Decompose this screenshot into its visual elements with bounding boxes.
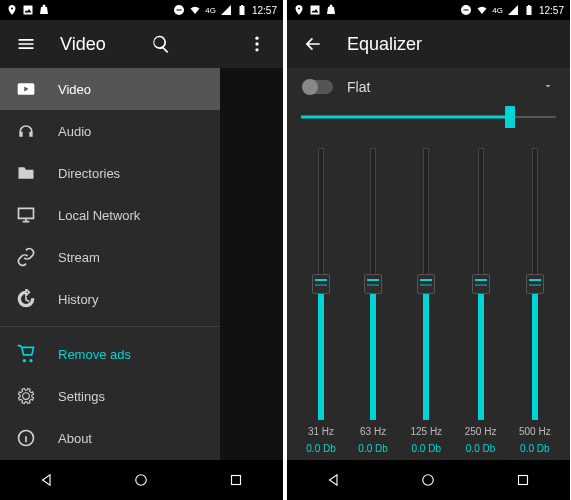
band-thumb[interactable]	[526, 274, 544, 294]
recents-button[interactable]	[222, 466, 250, 494]
band-db: 0.0 Db	[306, 443, 335, 454]
dnd-icon	[460, 4, 472, 16]
band-freq: 250 Hz	[465, 426, 497, 437]
drawer-label: Stream	[58, 250, 100, 265]
band-freq: 125 Hz	[410, 426, 442, 437]
filter-button[interactable]	[195, 30, 223, 58]
preamp-thumb[interactable]	[505, 106, 515, 128]
menu-button[interactable]	[12, 30, 40, 58]
band-250hz: 250 Hz 0.0 Db	[465, 148, 497, 454]
arrow-back-icon	[303, 34, 323, 54]
dropdown-arrow[interactable]	[542, 78, 554, 96]
drawer-item-audio[interactable]: Audio	[0, 110, 220, 152]
drawer-item-video[interactable]: Video	[0, 68, 220, 110]
app-title: Video	[60, 34, 127, 55]
drawer-item-stream[interactable]: Stream	[0, 236, 220, 278]
preset-dropdown[interactable]: Flat	[347, 79, 528, 95]
eq-toggle[interactable]	[303, 80, 333, 94]
drawer-item-remove-ads[interactable]: Remove ads	[0, 333, 220, 375]
wifi-icon	[189, 4, 201, 16]
band-slider[interactable]	[417, 148, 435, 420]
status-bar: 4G 12:57	[287, 0, 570, 20]
band-freq: 63 Hz	[360, 426, 386, 437]
dnd-icon	[173, 4, 185, 16]
app-bar: Equalizer	[287, 20, 570, 68]
headphones-icon	[16, 121, 36, 141]
back-button[interactable]	[33, 466, 61, 494]
drawer-item-directories[interactable]: Directories	[0, 152, 220, 194]
svg-rect-1	[177, 10, 182, 11]
home-button[interactable]	[127, 466, 155, 494]
wifi-icon	[476, 4, 488, 16]
home-button[interactable]	[414, 466, 442, 494]
app-bar: Video	[0, 20, 283, 68]
band-thumb[interactable]	[364, 274, 382, 294]
band-thumb[interactable]	[417, 274, 435, 294]
system-nav	[287, 460, 570, 500]
battery-icon	[236, 4, 248, 16]
drawer-label: Audio	[58, 124, 91, 139]
image-icon	[22, 4, 34, 16]
info-icon	[16, 428, 36, 448]
nav-drawer: Video Audio Directories Local Network St…	[0, 68, 220, 460]
circle-home-icon	[419, 471, 437, 489]
band-db: 0.0 Db	[358, 443, 387, 454]
square-recents-icon	[514, 471, 532, 489]
band-slider[interactable]	[312, 148, 330, 420]
band-slider[interactable]	[364, 148, 382, 420]
svg-point-7	[136, 475, 147, 486]
folder-icon	[16, 163, 36, 183]
back-button[interactable]	[320, 466, 348, 494]
svg-rect-8	[231, 476, 240, 485]
overflow-button[interactable]	[243, 30, 271, 58]
svg-point-4	[255, 48, 258, 51]
eq-bands: 31 Hz 0.0 Db 63 Hz 0.0 Db 125 Hz 0.0 Db	[295, 142, 562, 454]
search-icon	[151, 34, 171, 54]
svg-rect-12	[518, 476, 527, 485]
band-slider[interactable]	[526, 148, 544, 420]
svg-point-11	[423, 475, 434, 486]
drawer-item-about[interactable]: About	[0, 417, 220, 459]
image-icon	[309, 4, 321, 16]
square-recents-icon	[227, 471, 245, 489]
recents-button[interactable]	[509, 466, 537, 494]
triangle-back-icon	[38, 471, 56, 489]
drawer-item-history[interactable]: History	[0, 278, 220, 320]
band-db: 0.0 Db	[466, 443, 495, 454]
equalizer-panel: Flat 31 Hz 0.0 Db 63 Hz	[287, 68, 570, 460]
search-button[interactable]	[147, 30, 175, 58]
phone-right: 4G 12:57 Equalizer Flat	[287, 0, 570, 500]
history-icon	[16, 289, 36, 309]
drawer-label: About	[58, 431, 92, 446]
play-rect-icon	[16, 79, 36, 99]
band-freq: 500 Hz	[519, 426, 551, 437]
preamp-slider[interactable]	[301, 106, 556, 128]
band-slider[interactable]	[472, 148, 490, 420]
cart-icon	[16, 344, 36, 364]
sliders-icon	[199, 34, 219, 54]
drawer-item-settings[interactable]: Settings	[0, 375, 220, 417]
signal-icon	[507, 4, 519, 16]
drawer-item-local-network[interactable]: Local Network	[0, 194, 220, 236]
divider	[0, 326, 220, 327]
drawer-label: Directories	[58, 166, 120, 181]
network-label: 4G	[492, 6, 503, 15]
back-button[interactable]	[299, 30, 327, 58]
bag-icon	[38, 4, 50, 16]
band-thumb[interactable]	[472, 274, 490, 294]
drawer-label: Settings	[58, 389, 105, 404]
drawer-label: Video	[58, 82, 91, 97]
signal-icon	[220, 4, 232, 16]
circle-home-icon	[132, 471, 150, 489]
hamburger-icon	[16, 34, 36, 54]
svg-point-3	[255, 42, 258, 45]
band-freq: 31 Hz	[308, 426, 334, 437]
band-db: 0.0 Db	[520, 443, 549, 454]
battery-icon	[523, 4, 535, 16]
band-thumb[interactable]	[312, 274, 330, 294]
preset-label: Flat	[347, 79, 370, 95]
link-icon	[16, 247, 36, 267]
more-vert-icon	[247, 34, 267, 54]
gear-icon	[16, 386, 36, 406]
drawer-label: Remove ads	[58, 347, 131, 362]
